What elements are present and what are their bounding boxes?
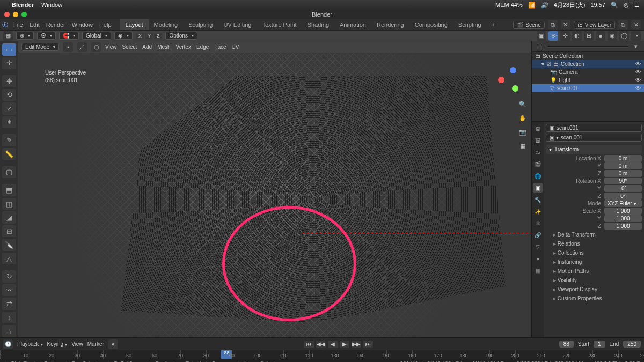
rotate-tool[interactable]: ⟲ <box>2 89 16 101</box>
start-frame[interactable]: 1 <box>594 341 605 348</box>
vert-select-icon[interactable]: ▪ <box>63 42 73 52</box>
outliner-search[interactable] <box>547 46 629 48</box>
measure-tool[interactable]: 📏 <box>2 148 16 160</box>
edit-menu-edge[interactable]: Edge <box>196 44 209 50</box>
options-dropdown[interactable]: Options <box>165 32 197 40</box>
autokey-toggle[interactable]: ● <box>108 339 118 349</box>
transform-section[interactable]: ▾ Transform <box>546 145 642 154</box>
location-x[interactable]: 0 m <box>604 155 642 162</box>
scene-selector[interactable]: 🎬Scene <box>513 21 544 29</box>
perspective-toggle-icon[interactable]: ▦ <box>517 141 528 151</box>
minimize-icon[interactable] <box>13 12 18 17</box>
prop-tab-modifier[interactable]: 🔧 <box>533 195 543 204</box>
select-box-tool[interactable]: ▭ <box>2 43 16 56</box>
rip-tool[interactable]: ⑃ <box>2 325 16 337</box>
volume-icon[interactable]: 🔊 <box>541 2 548 9</box>
workspace-tab-rendering[interactable]: Rendering <box>371 19 409 30</box>
new-scene-button[interactable]: ⧉ <box>548 20 558 29</box>
delete-scene-button[interactable]: ✕ <box>561 20 570 29</box>
move-tool[interactable]: ✥ <box>2 75 16 87</box>
edit-menu-uv[interactable]: UV <box>232 44 239 50</box>
shading-solid-icon[interactable]: ● <box>596 31 605 41</box>
prop-section-viewport-display[interactable]: Viewport Display <box>546 285 642 294</box>
cursor-tool-icon[interactable]: ✛ <box>2 57 16 70</box>
viewport-3d[interactable]: Edit Mode ▪ ／ ▢ ViewSelectAddMeshVertexE… <box>18 41 531 337</box>
edit-menu-view[interactable]: View <box>105 44 117 50</box>
menu-render[interactable]: Render <box>46 21 65 28</box>
outliner-collection[interactable]: ▾☑🗀 Collection 👁 <box>532 60 644 68</box>
loopcut-tool[interactable]: ⊟ <box>2 225 16 238</box>
visibility-icon[interactable]: 👁 <box>635 69 641 75</box>
location-y[interactable]: 0 m <box>604 162 642 169</box>
zoom-icon[interactable]: 🔍 <box>517 99 528 109</box>
scale-x[interactable]: 1.000 <box>604 208 642 215</box>
timeline-playback[interactable]: Playback <box>17 341 43 347</box>
timeline-marker[interactable]: Marker <box>87 341 104 347</box>
shading-wire-icon[interactable]: ⊞ <box>584 31 594 41</box>
gizmo-y-icon[interactable] <box>512 85 518 92</box>
annotate-tool[interactable]: ✎ <box>2 134 16 146</box>
menu-edit[interactable]: Edit <box>30 21 40 28</box>
polybuild-tool[interactable]: △ <box>2 253 16 265</box>
mesh-select-mode[interactable]: ▣ <box>537 31 546 41</box>
rotation-mode[interactable]: XYZ Euler <box>604 200 642 207</box>
prop-tab-output[interactable]: 🖼 <box>533 136 543 145</box>
rotation-x[interactable]: 90° <box>604 178 642 184</box>
menubar-window[interactable]: Window <box>41 2 62 8</box>
prop-tab-texture[interactable]: ▦ <box>533 265 543 275</box>
inset-tool[interactable]: ◫ <box>2 198 16 210</box>
pivot-dropdown[interactable]: ⦿ <box>37 32 56 40</box>
prop-tab-material[interactable]: ● <box>533 254 543 263</box>
edit-menu-face[interactable]: Face <box>214 44 226 50</box>
search-icon[interactable]: 🔍 <box>611 2 618 9</box>
prop-section-visibility[interactable]: Visibility <box>546 276 642 285</box>
rotation-z[interactable]: 0° <box>604 193 642 200</box>
face-select-icon[interactable]: ▢ <box>91 42 101 52</box>
jump-start-icon[interactable]: ⏮ <box>304 341 314 348</box>
edit-menu-mesh[interactable]: Mesh <box>157 44 170 50</box>
axis-mirror[interactable]: XYZ <box>136 33 163 39</box>
timeline-ruler[interactable]: 88 0102030405060708090100110120130140150… <box>0 350 644 359</box>
timeline-keying[interactable]: Keying <box>47 341 68 347</box>
close-icon[interactable] <box>4 12 10 17</box>
edit-menu-vertex[interactable]: Vertex <box>176 44 191 50</box>
edit-menu-select[interactable]: Select <box>122 44 137 50</box>
gizmo-toggle[interactable]: ⊹ <box>560 31 570 41</box>
orientation-dropdown[interactable]: Global <box>82 32 111 40</box>
delete-viewlayer-button[interactable]: ✕ <box>631 20 641 29</box>
xray-toggle[interactable]: ◐ <box>572 31 582 41</box>
play-icon[interactable]: ▶ <box>340 341 349 348</box>
prop-section-delta-transform[interactable]: Delta Transform <box>546 230 642 239</box>
prop-tab-viewlayer[interactable]: 🗂 <box>533 147 543 157</box>
workspace-tab-scripting[interactable]: Scripting <box>453 19 487 30</box>
outliner-item-scan-001[interactable]: ▽scan.001👁 <box>532 84 644 92</box>
prop-tab-data[interactable]: ▽ <box>533 242 543 252</box>
menu-file[interactable]: File <box>13 21 23 28</box>
menubar-app[interactable]: Blender <box>12 2 34 8</box>
jump-end-icon[interactable]: ⏭ <box>363 341 373 348</box>
pan-icon[interactable]: ✋ <box>517 113 528 123</box>
outliner-filter-icon[interactable]: ▾ <box>631 42 641 51</box>
workspace-tab-compositing[interactable]: Compositing <box>409 19 453 30</box>
shading-render-icon[interactable]: ◯ <box>619 31 629 41</box>
workspace-tab-sculpting[interactable]: Sculpting <box>183 19 218 30</box>
prop-tab-object[interactable]: ▣ <box>533 183 543 193</box>
prop-section-instancing[interactable]: Instancing <box>546 257 642 267</box>
edit-menu-add[interactable]: Add <box>142 44 152 50</box>
prop-tab-render[interactable]: 🖥 <box>533 124 543 134</box>
prop-context[interactable]: ▣ scan.001 <box>546 124 642 132</box>
scale-y[interactable]: 1.000 <box>604 215 642 222</box>
siri-icon[interactable]: ◎ <box>624 2 629 9</box>
current-frame[interactable]: 88 <box>559 341 574 348</box>
bevel-tool[interactable]: ◢ <box>2 211 16 224</box>
cursor-tool[interactable]: ⊕ <box>16 32 34 40</box>
shading-options[interactable] <box>631 31 641 41</box>
edge-slide-tool[interactable]: ⇄ <box>2 298 16 310</box>
workspace-tab-texture-paint[interactable]: Texture Paint <box>257 19 302 30</box>
scale-z[interactable]: 1.000 <box>604 223 642 230</box>
prop-dataname[interactable]: ▣ ▾ scan.001 <box>546 134 642 142</box>
shrink-tool[interactable]: ↕ <box>2 312 16 324</box>
shading-matcap-icon[interactable]: ◉ <box>608 31 617 41</box>
editor-type-icon[interactable]: ▦ <box>3 31 13 41</box>
overlay-toggle[interactable]: 👁 <box>548 31 558 41</box>
